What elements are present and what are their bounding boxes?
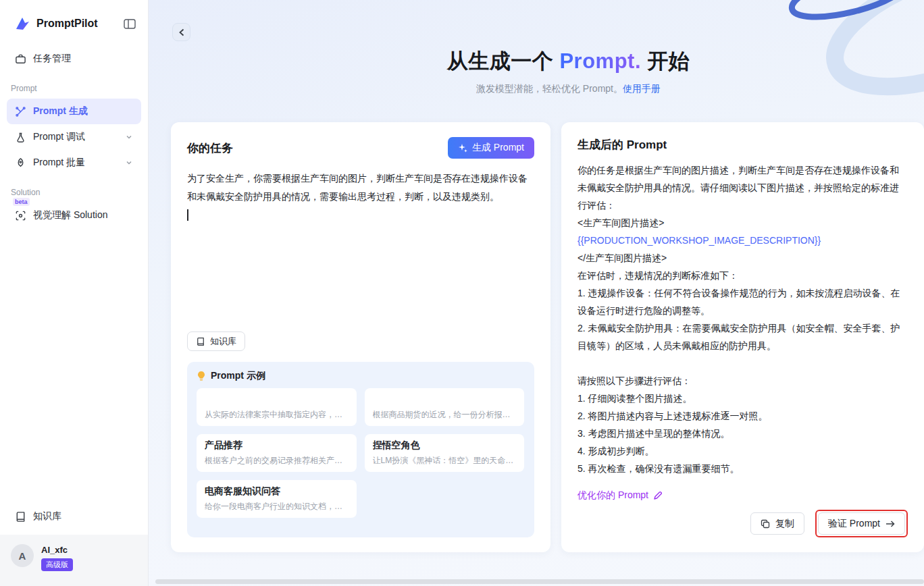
step-item: 5. 再次检查，确保没有遗漏重要细节。 [578, 460, 908, 477]
copy-button[interactable]: 复制 [750, 512, 804, 535]
example-card[interactable]: 电商客服知识问答 给你一段电商客户行业的知识文档，… [197, 480, 357, 518]
sidebar-item-task-management[interactable]: 任务管理 [7, 46, 141, 72]
collapse-sidebar-button[interactable] [122, 18, 137, 30]
section-label-prompt: Prompt [0, 72, 148, 99]
examples-title: Prompt 示例 [211, 370, 265, 382]
subtitle-text: 激发模型潜能，轻松优化 Prompt。 [476, 83, 623, 94]
generate-prompt-button[interactable]: 生成 Prompt [448, 137, 534, 159]
flask-icon [15, 132, 26, 143]
briefcase-icon [15, 53, 26, 65]
example-card-title: 电商客服知识问答 [205, 485, 349, 499]
tools-icon [15, 106, 26, 117]
panel-collapse-icon [124, 19, 136, 29]
example-card-desc: 给你一段电商客户行业的知识文档，… [205, 501, 349, 512]
task-card: 你的任务 生成 Prompt 为了安全生产，你需要根据生产车间的图片，判断生产车… [171, 122, 550, 552]
task-input[interactable]: 为了安全生产，你需要根据生产车间的图片，判断生产车间是否存在违规操作设备和未佩戴… [187, 169, 534, 326]
hero: 从生成一个 Prompt. 开始 激发模型潜能，轻松优化 Prompt。使用手册 [149, 47, 924, 95]
subtitle: 激发模型潜能，轻松优化 Prompt。使用手册 [213, 83, 924, 95]
examples-panel: Prompt 示例 从实际的法律案宗中抽取指定内容，… [187, 362, 534, 537]
steps-list: 1. 仔细阅读整个图片描述。2. 将图片描述内容与上述违规标准逐一对照。3. 考… [578, 390, 908, 477]
page-title: 从生成一个 Prompt. 开始 [213, 47, 924, 76]
manual-link[interactable]: 使用手册 [623, 83, 661, 94]
examples-grid: 从实际的法律案宗中抽取指定内容，… 根据商品期货的近况，给一份分析报… 产品推荐 [197, 388, 524, 518]
criteria-intro: 在评估时，违规情况的判断标准如下： [578, 267, 908, 284]
sidebar-item-prompt-batch[interactable]: Prompt 批量 [7, 150, 141, 176]
horizontal-scrollbar[interactable] [155, 579, 924, 584]
example-card-title: 捏悟空角色 [373, 440, 517, 453]
sidebar-item-label: 知识库 [33, 510, 61, 523]
optimize-prompt-label: 优化你的 Prompt [578, 489, 648, 502]
sidebar-item-vision-solution[interactable]: beta 视觉理解 Solution [7, 203, 141, 228]
sidebar: PromptPilot 任务管理 Prompt [0, 0, 149, 586]
step-item: 3. 考虑图片描述中呈现的整体情况。 [578, 425, 908, 442]
example-card-title [205, 394, 349, 407]
sidebar-item-label: Prompt 调试 [33, 131, 118, 143]
title-suffix: 开始 [641, 49, 690, 73]
knowledge-base-chip-label: 知识库 [210, 336, 236, 348]
step-item: 2. 将图片描述内容与上述违规标准逐一对照。 [578, 407, 908, 425]
logo-row: PromptPilot [0, 0, 148, 46]
example-card-desc: 从实际的法律案宗中抽取指定内容，… [205, 409, 349, 421]
examples-scroll[interactable]: 从实际的法律案宗中抽取指定内容，… 根据商品期货的近况，给一份分析报… 产品推荐 [197, 388, 530, 529]
lightbulb-icon [197, 371, 206, 381]
task-card-title: 你的任务 [187, 140, 233, 156]
chevron-left-icon [178, 28, 185, 36]
rocket-icon [15, 157, 26, 169]
example-card-desc: 根据客户之前的交易记录推荐相关产… [205, 455, 349, 467]
example-card[interactable]: 产品推荐 根据客户之前的交易记录推荐相关产… [197, 434, 357, 472]
avatar: A [11, 544, 34, 567]
prompt-tag-close: </生产车间图片描述> [578, 249, 908, 267]
book-icon [196, 337, 205, 346]
blank-line [578, 354, 908, 372]
title-accent: Prompt. [559, 49, 641, 73]
back-button[interactable] [172, 23, 190, 41]
result-card: 生成后的 Prompt 你的任务是根据生产车间的图片描述，判断生产车间是否存在违… [561, 122, 924, 552]
sidebar-item-label: 任务管理 [33, 53, 71, 65]
cards-row: 你的任务 生成 Prompt 为了安全生产，你需要根据生产车间的图片，判断生产车… [171, 122, 924, 552]
prompt-variable: {{PRODUCTION_WORKSHOP_IMAGE_DESCRIPTION}… [578, 232, 908, 249]
arrow-right-icon [886, 520, 895, 528]
criteria-list: 1. 违规操作设备：任何不符合设备操作规范的行为，如未按流程启动设备、在设备运行… [578, 284, 908, 354]
prompt-intro: 你的任务是根据生产车间的图片描述，判断生产车间是否存在违规操作设备和未佩戴安全防… [578, 161, 908, 214]
copy-icon [761, 519, 770, 529]
text-caret [187, 209, 188, 221]
sidebar-footer-nav: 知识库 [0, 504, 148, 535]
sidebar-item-label: Prompt 生成 [33, 105, 88, 117]
user-name: AI_xfc [41, 544, 73, 555]
sidebar-nav: 任务管理 [0, 46, 148, 72]
example-card-title [373, 394, 517, 407]
sidebar-item-prompt-debug[interactable]: Prompt 调试 [7, 124, 141, 150]
verify-annotation-highlight: 验证 Prompt [815, 510, 908, 537]
user-block[interactable]: A AI_xfc 高级版 [0, 535, 148, 586]
task-input-value: 为了安全生产，你需要根据生产车间的图片，判断生产车间是否存在违规操作设备和未佩戴… [187, 173, 528, 202]
sidebar-item-prompt-generate[interactable]: Prompt 生成 [7, 99, 141, 124]
sidebar-item-label: Prompt 批量 [33, 157, 118, 169]
steps-intro: 请按照以下步骤进行评估： [578, 372, 908, 390]
generate-prompt-label: 生成 Prompt [472, 142, 524, 154]
main-area: 从生成一个 Prompt. 开始 激发模型潜能，轻松优化 Prompt。使用手册… [149, 0, 924, 586]
chevron-down-icon [125, 133, 133, 141]
sparkle-icon [458, 143, 467, 153]
beta-badge: beta [13, 198, 30, 206]
title-prefix: 从生成一个 [447, 49, 560, 73]
criteria-item: 2. 未佩戴安全防护用具：在需要佩戴安全防护用具（如安全帽、安全手套、护目镜等）… [578, 319, 908, 354]
example-card-title: 产品推荐 [205, 440, 349, 453]
example-card[interactable]: 从实际的法律案宗中抽取指定内容，… [197, 388, 357, 426]
book-icon [15, 511, 26, 523]
optimize-prompt-link[interactable]: 优化你的 Prompt [578, 489, 663, 502]
example-card[interactable]: 捏悟空角色 让LM扮演《黑神话：悟空》里的天命… [365, 434, 525, 472]
sidebar-item-knowledge-base[interactable]: 知识库 [7, 504, 141, 529]
user-info: AI_xfc 高级版 [41, 544, 73, 571]
plan-badge: 高级版 [41, 558, 73, 571]
criteria-item: 1. 违规操作设备：任何不符合设备操作规范的行为，如未按流程启动设备、在设备运行… [578, 284, 908, 319]
app-window: PromptPilot 任务管理 Prompt [0, 0, 924, 586]
sidebar-nav-solution: beta 视觉理解 Solution [0, 203, 148, 228]
pencil-icon [653, 491, 663, 500]
sidebar-nav-prompt: Prompt 生成 Prompt 调试 Prompt 批量 [0, 99, 148, 176]
chevron-down-icon [125, 159, 133, 167]
verify-prompt-button[interactable]: 验证 Prompt [818, 512, 905, 535]
example-card-desc: 根据商品期货的近况，给一份分析报… [373, 409, 517, 421]
knowledge-base-chip[interactable]: 知识库 [187, 331, 245, 351]
verify-prompt-label: 验证 Prompt [828, 518, 880, 530]
example-card[interactable]: 根据商品期货的近况，给一份分析报… [365, 388, 525, 426]
